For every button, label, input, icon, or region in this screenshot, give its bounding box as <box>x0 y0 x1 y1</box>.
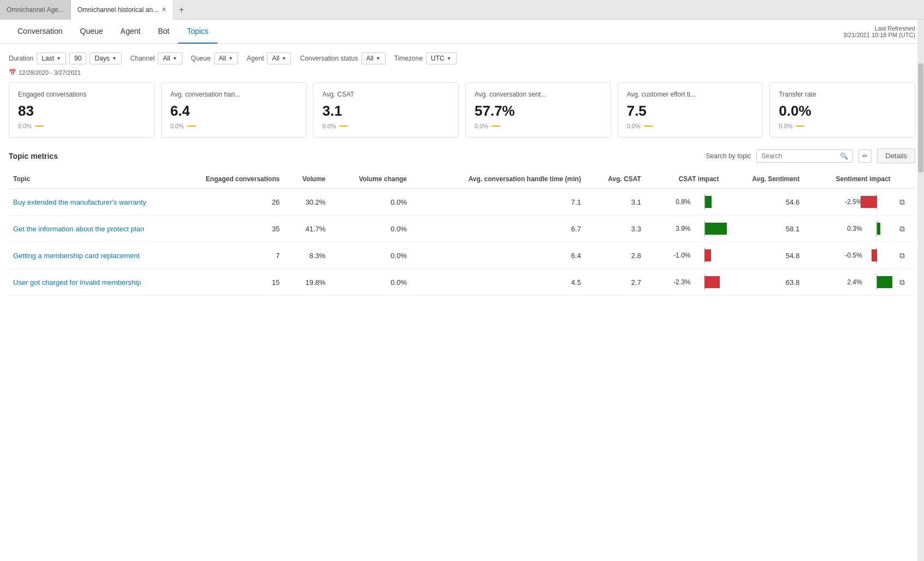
kpi-title: Transfer rate <box>779 91 906 98</box>
topic-name[interactable]: Getting a membership card replacement <box>9 242 165 269</box>
conv-status-select[interactable]: All ▼ <box>362 52 386 64</box>
edit-icon-button[interactable]: ✏ <box>858 150 872 163</box>
nav-bot[interactable]: Bot <box>149 20 178 44</box>
copy-action[interactable]: ⧉ <box>895 242 915 269</box>
search-input[interactable] <box>761 152 838 160</box>
topic-name[interactable]: User got charged for invalid membership <box>9 269 165 296</box>
copy-icon[interactable]: ⧉ <box>899 198 905 206</box>
csat-impact-bar: -2.3% <box>645 269 724 296</box>
nav-conversation[interactable]: Conversation <box>9 20 72 44</box>
chevron-down-icon: ▼ <box>376 56 381 61</box>
table-row: Get the information about the protect pl… <box>9 216 915 242</box>
timezone-select[interactable]: UTC ▼ <box>426 52 457 64</box>
topic-name[interactable]: Buy extended the manufacturer's warranty <box>9 189 165 216</box>
duration-days-input[interactable]: 90 <box>69 52 86 64</box>
chevron-down-icon: ▼ <box>228 56 233 61</box>
add-tab-button[interactable]: + <box>174 0 189 20</box>
search-area: Search by topic 🔍 ✏ Details <box>706 148 915 163</box>
kpi-change: 0.0% <box>627 123 641 129</box>
kpi-value: 6.4 <box>170 103 298 120</box>
copy-icon[interactable]: ⧉ <box>899 278 905 287</box>
engaged-conversations: 7 <box>165 242 284 269</box>
kpi-value: 7.5 <box>627 103 754 120</box>
avg-sentiment-value: 63.8 <box>723 269 804 296</box>
calendar-icon: 📅 <box>9 69 16 76</box>
topic-name[interactable]: Get the information about the protect pl… <box>9 216 165 242</box>
csat-impact-bar: 3.9% <box>645 216 724 242</box>
filters-row: Duration Last ▼ 90 Days ▼ Channel All ▼ … <box>9 52 915 64</box>
channel-label: Channel <box>131 55 155 62</box>
col-avg-csat: Avg. CSAT <box>585 171 645 189</box>
tab-omnichannel-agent[interactable]: Omnichannel Age... <box>0 0 71 20</box>
kpi-footer: 0.0% <box>170 123 298 129</box>
volume: 8.3% <box>284 242 330 269</box>
copy-action[interactable]: ⧉ <box>895 189 915 216</box>
queue-select[interactable]: All ▼ <box>214 52 238 64</box>
avg-csat: 2.8 <box>585 242 645 269</box>
csat-impact-bar: 0.8% <box>645 189 724 216</box>
avg-csat: 3.3 <box>585 216 645 242</box>
copy-icon[interactable]: ⧉ <box>899 251 905 260</box>
search-by-topic-label: Search by topic <box>706 152 751 160</box>
kpi-trend-dash <box>187 126 196 127</box>
duration-label: Duration <box>9 55 33 62</box>
copy-action[interactable]: ⧉ <box>895 269 915 296</box>
col-csat-impact: CSAT impact <box>645 171 724 189</box>
avg-csat: 2.7 <box>585 269 645 296</box>
avg-handle-time: 4.5 <box>411 269 585 296</box>
kpi-change: 0.0% <box>779 123 792 129</box>
conv-status-filter: Conversation status All ▼ <box>300 52 385 64</box>
nav-queue[interactable]: Queue <box>72 20 112 44</box>
kpi-change: 0.0% <box>475 123 488 129</box>
details-button[interactable]: Details <box>877 148 915 163</box>
timezone-label: Timezone <box>394 55 423 62</box>
duration-unit-select[interactable]: Days ▼ <box>90 52 121 64</box>
chevron-down-icon: ▼ <box>173 56 177 61</box>
table-row: User got charged for invalid membership … <box>9 269 915 296</box>
kpi-avg-csat: Avg. CSAT 3.1 0.0% <box>313 82 459 138</box>
col-engaged: Engaged conversations <box>165 171 284 189</box>
agent-select[interactable]: All ▼ <box>267 52 291 64</box>
duration-value: Last <box>42 55 54 62</box>
volume-change: 0.0% <box>330 216 411 242</box>
tab-omnichannel-historical[interactable]: Omnichannel historical an... ✕ <box>71 0 174 20</box>
kpi-avg-sentiment: Avg. conversation sent... 57.7% 0.0% <box>465 82 611 138</box>
close-tab-icon[interactable]: ✕ <box>162 6 167 13</box>
volume: 41.7% <box>284 216 330 242</box>
last-refreshed-value: 3/21/2021 10:18 PM (UTC) <box>843 32 915 38</box>
chevron-down-icon: ▼ <box>447 56 452 61</box>
scrollbar-thumb[interactable] <box>918 63 923 172</box>
kpi-footer: 0.0% <box>322 123 449 129</box>
engaged-conversations: 35 <box>165 216 284 242</box>
search-box: 🔍 <box>756 150 853 163</box>
topic-metrics-table: Topic Engaged conversations Volume Volum… <box>9 171 915 296</box>
copy-action[interactable]: ⧉ <box>895 216 915 242</box>
kpi-transfer-rate: Transfer rate 0.0% 0.0% <box>769 82 915 138</box>
sentiment-impact-bar: -0.5% <box>804 242 895 269</box>
nav-agent[interactable]: Agent <box>112 20 150 44</box>
agent-label: Agent <box>247 55 264 62</box>
col-topic: Topic <box>9 171 165 189</box>
kpi-title: Avg. customer effort ti... <box>627 91 754 98</box>
avg-handle-time: 6.4 <box>411 242 585 269</box>
nav-topics[interactable]: Topics <box>178 20 217 44</box>
avg-csat: 3.1 <box>585 189 645 216</box>
duration-select-last[interactable]: Last ▼ <box>37 52 66 64</box>
channel-filter: Channel All ▼ <box>131 52 182 64</box>
copy-icon[interactable]: ⧉ <box>899 224 905 233</box>
section-title: Topic metrics <box>9 152 58 160</box>
channel-select[interactable]: All ▼ <box>158 52 182 64</box>
col-volume: Volume <box>284 171 330 189</box>
kpi-trend-dash <box>35 126 44 127</box>
scrollbar[interactable] <box>917 20 924 561</box>
kpi-value: 57.7% <box>475 103 602 120</box>
kpi-change: 0.0% <box>18 123 32 129</box>
main-content: Duration Last ▼ 90 Days ▼ Channel All ▼ … <box>0 44 924 561</box>
timezone-value: UTC <box>431 55 445 62</box>
queue-value: All <box>219 55 226 62</box>
topic-metrics-header: Topic metrics Search by topic 🔍 ✏ Detail… <box>9 148 915 163</box>
conv-status-value: All <box>366 55 374 62</box>
kpi-customer-effort: Avg. customer effort ti... 7.5 0.0% <box>618 82 763 138</box>
avg-handle-time: 6.7 <box>411 216 585 242</box>
table-row: Getting a membership card replacement 7 … <box>9 242 915 269</box>
